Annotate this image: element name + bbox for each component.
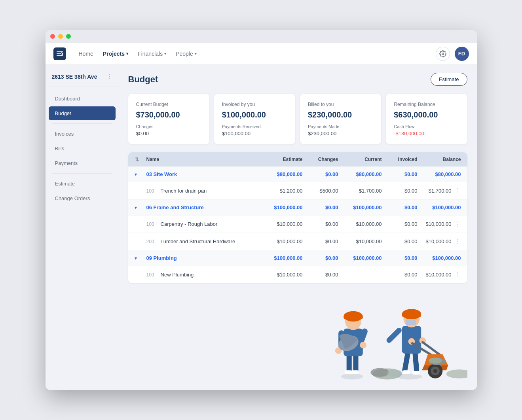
card-sub-label: Cash Flow xyxy=(394,124,459,129)
card-current-budget: Current Budget $730,000.00 Changes $0.00 xyxy=(128,94,209,144)
cat-invoiced: $0.00 xyxy=(382,171,418,177)
svg-point-36 xyxy=(372,368,402,379)
page-header: Budget Estimate xyxy=(128,73,467,86)
category-name: 03 Site Work xyxy=(146,171,259,177)
svg-point-32 xyxy=(431,367,439,375)
main-layout: 2613 SE 38th Ave ⋮ Dashboard Budget Invo… xyxy=(46,65,477,390)
svg-point-1 xyxy=(341,374,363,380)
user-avatar[interactable]: FD xyxy=(455,47,469,61)
item-invoiced: $0.00 xyxy=(382,221,418,227)
row-menu-button[interactable]: ⋮ xyxy=(455,271,461,278)
cat-balance: $80,000.00 xyxy=(418,171,461,177)
item-balance-cell: $1,700.00 ⋮ xyxy=(418,187,461,195)
svg-point-10 xyxy=(360,342,366,348)
card-sub-label: Changes xyxy=(136,124,201,129)
estimate-button[interactable]: Estimate xyxy=(431,73,467,86)
cat-estimate: $100,000.00 xyxy=(259,204,303,210)
app-logo[interactable] xyxy=(53,47,66,60)
item-current: $1,700.00 xyxy=(338,188,382,194)
row-menu-button[interactable]: ⋮ xyxy=(455,238,461,245)
svg-point-24 xyxy=(419,337,426,344)
illustration-container xyxy=(128,279,467,382)
item-number: 200 xyxy=(146,239,154,244)
table-row: ▾ 09 Plumbing $100,000.00 $0.00 $100,000… xyxy=(128,250,467,266)
sidebar-item-invoices[interactable]: Invoices xyxy=(49,127,116,141)
card-sub-value-negative: -$130,000.00 xyxy=(394,131,459,136)
nav-people[interactable]: People ▾ xyxy=(176,51,197,57)
expand-icon[interactable]: ▾ xyxy=(135,205,146,210)
item-current: $10,000.00 xyxy=(338,221,382,227)
svg-rect-13 xyxy=(344,316,363,319)
nav-links: Home Projects ▾ Financials ▾ People ▾ xyxy=(79,51,423,57)
row-menu-button[interactable]: ⋮ xyxy=(455,220,461,228)
svg-point-11 xyxy=(345,312,361,330)
item-changes: $0.00 xyxy=(303,238,338,244)
item-estimate: $10,000.00 xyxy=(259,238,303,244)
svg-point-23 xyxy=(408,338,415,345)
item-estimate: $10,000.00 xyxy=(259,272,303,278)
card-label: Billed to you xyxy=(308,102,373,107)
project-menu-button[interactable]: ⋮ xyxy=(106,73,112,80)
card-billed-to-you: Billed to you $230,000.00 Payments Made … xyxy=(300,94,381,144)
page-title: Budget xyxy=(128,74,158,85)
card-value: $630,000.00 xyxy=(394,110,459,119)
item-estimate: $10,000.00 xyxy=(259,221,303,227)
item-name: Lumber and Structural Hardware xyxy=(158,238,235,244)
content-area: Budget Estimate Current Budget $730,000.… xyxy=(119,65,477,390)
col-changes: Changes xyxy=(303,157,338,162)
svg-rect-28 xyxy=(406,319,416,325)
row-menu-button[interactable]: ⋮ xyxy=(455,187,461,195)
svg-point-0 xyxy=(442,53,444,55)
svg-point-37 xyxy=(370,368,389,377)
item-invoiced: $0.00 xyxy=(382,272,418,278)
item-number: 100 xyxy=(146,272,154,278)
svg-rect-8 xyxy=(357,327,368,345)
item-changes: $0.00 xyxy=(303,221,338,227)
item-invoiced: $0.00 xyxy=(382,188,418,194)
card-sub-label: Payments Made xyxy=(308,124,373,129)
cat-changes: $0.00 xyxy=(303,171,338,177)
card-invoiced-by-you: Invoiced by you $100,000.00 Payments Rec… xyxy=(214,94,295,144)
table-row: 100 Trench for drain pan $1,200.00 $500.… xyxy=(128,182,467,200)
budget-table-container: ⇅ Name Estimate Changes Current Invoiced… xyxy=(128,152,467,382)
sidebar-item-dashboard[interactable]: Dashboard xyxy=(49,92,116,106)
category-name: 09 Plumbing xyxy=(146,255,259,261)
svg-rect-3 xyxy=(353,352,358,373)
item-estimate: $1,200.00 xyxy=(259,188,303,194)
settings-button[interactable] xyxy=(436,47,450,61)
item-balance: $1,700.00 xyxy=(429,188,452,194)
header-expand-icon[interactable]: ⇅ xyxy=(135,156,146,163)
sidebar-item-bills[interactable]: Bills xyxy=(49,142,116,155)
financials-chevron-icon: ▾ xyxy=(164,51,166,56)
item-name: Trench for drain pan xyxy=(158,188,207,194)
cat-estimate: $80,000.00 xyxy=(259,171,303,177)
maximize-dot[interactable] xyxy=(66,34,71,39)
sidebar-item-budget[interactable]: Budget xyxy=(49,106,116,120)
item-balance: $10,000.00 xyxy=(425,221,451,227)
expand-icon[interactable]: ▾ xyxy=(135,172,146,177)
col-name: Name xyxy=(146,157,259,162)
card-label: Invoiced by you xyxy=(222,102,287,107)
nav-projects[interactable]: Projects ▾ xyxy=(103,51,128,57)
nav-financials[interactable]: Financials ▾ xyxy=(138,51,166,57)
summary-cards: Current Budget $730,000.00 Changes $0.00… xyxy=(128,94,467,144)
nav-home[interactable]: Home xyxy=(79,51,93,57)
svg-line-30 xyxy=(422,342,440,356)
minimize-dot[interactable] xyxy=(58,34,63,39)
sidebar-item-change-orders[interactable]: Change Orders xyxy=(49,191,116,205)
svg-rect-21 xyxy=(385,327,402,344)
sidebar-item-estimate[interactable]: Estimate xyxy=(49,177,116,191)
sidebar-item-payments[interactable]: Payments xyxy=(49,156,116,170)
item-invoiced: $0.00 xyxy=(382,238,418,244)
svg-rect-7 xyxy=(338,330,344,349)
col-invoiced: Invoiced xyxy=(382,157,418,162)
svg-rect-18 xyxy=(402,370,410,374)
category-name: 06 Frame and Structure xyxy=(146,204,259,210)
expand-icon[interactable]: ▾ xyxy=(135,255,146,261)
app-window: Home Projects ▾ Financials ▾ People ▾ xyxy=(46,30,477,390)
cat-current: $100,000.00 xyxy=(338,255,382,261)
close-dot[interactable] xyxy=(50,34,55,39)
project-name: 2613 SE 38th Ave xyxy=(52,74,97,80)
item-changes: $500.00 xyxy=(303,188,338,194)
item-name: New Plumbing xyxy=(158,272,194,278)
